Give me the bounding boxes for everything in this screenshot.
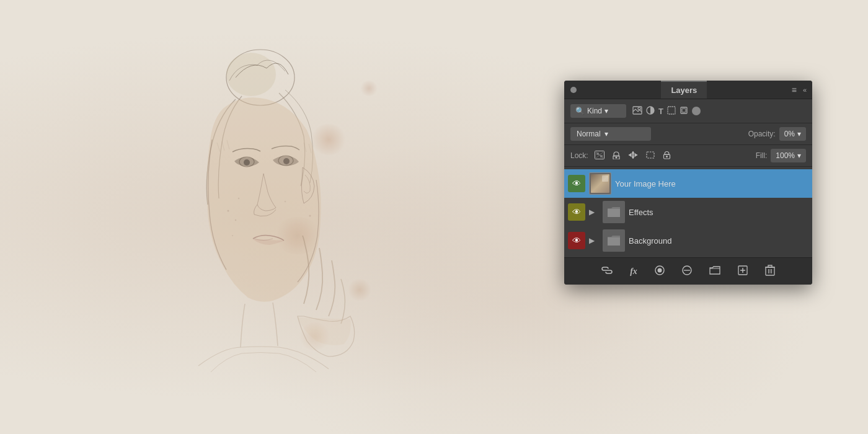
svg-point-13	[309, 215, 311, 217]
blend-mode-arrow: ▾	[604, 130, 608, 138]
lock-position-icon[interactable]	[627, 149, 639, 162]
new-group-button[interactable]	[706, 264, 724, 280]
layers-panel: Layers ≡ « 🔍 Kind ▾ T	[564, 81, 812, 285]
close-button[interactable]	[570, 87, 577, 93]
svg-point-36	[666, 156, 668, 157]
kind-dropdown-arrow: ▾	[604, 107, 608, 115]
svg-rect-34	[647, 152, 654, 158]
layer-row-your-image[interactable]: 👁 Your Image Here	[564, 169, 812, 198]
visibility-toggle-background[interactable]: 👁	[568, 232, 585, 249]
svg-rect-25	[600, 155, 603, 157]
svg-point-1	[226, 53, 276, 96]
smartobject-filter-icon[interactable]	[680, 106, 688, 117]
panel-tab-area: Layers	[661, 81, 707, 99]
layer-thumbnail-effects	[603, 201, 625, 223]
svg-point-16	[285, 201, 286, 202]
new-adjustment-button[interactable]	[678, 264, 696, 280]
shape-filter-icon[interactable]	[667, 106, 676, 117]
filter-icons: T	[632, 106, 688, 117]
layer-thumbnail-your-image	[589, 172, 611, 195]
expand-background-chevron[interactable]: ▶	[589, 236, 599, 245]
svg-point-15	[232, 235, 233, 236]
filter-toggle-circle[interactable]	[692, 107, 701, 115]
blend-mode-dropdown[interactable]: Normal ▾	[570, 127, 651, 141]
lock-artboard-icon[interactable]	[644, 149, 657, 162]
fill-label: Fill:	[756, 151, 768, 160]
sketch-svg	[68, 19, 440, 415]
opacity-label: Opacity:	[748, 130, 776, 138]
portrait-sketch	[68, 19, 440, 415]
opacity-number: 0%	[784, 130, 795, 138]
layer-thumbnail-background	[603, 229, 625, 252]
adjustment-filter-icon[interactable]	[646, 106, 655, 117]
svg-marker-30	[631, 151, 635, 154]
svg-point-39	[657, 268, 662, 272]
opacity-group: Opacity: 0% ▾	[748, 127, 806, 141]
svg-marker-33	[635, 153, 637, 157]
fill-number: 100%	[776, 151, 795, 160]
lock-all-icon[interactable]	[662, 149, 672, 162]
visibility-toggle-effects[interactable]: 👁	[568, 203, 585, 221]
kind-filter-dropdown[interactable]: 🔍 Kind ▾	[570, 104, 626, 118]
kind-label: Kind	[587, 107, 602, 115]
panel-titlebar: Layers ≡ «	[564, 81, 812, 99]
layers-list: 👁 Your Image Here 👁 ▶ Effects	[564, 167, 812, 257]
collapse-icon[interactable]: «	[803, 86, 806, 94]
layer-name-effects: Effects	[629, 208, 808, 217]
lock-icons	[593, 149, 672, 162]
eye-icon-background: 👁	[572, 236, 581, 246]
svg-point-27	[615, 156, 617, 158]
fill-value[interactable]: 100% ▾	[771, 149, 806, 162]
svg-rect-22	[682, 108, 686, 112]
image-filter-icon[interactable]	[632, 106, 642, 117]
visibility-toggle-your-image[interactable]: 👁	[568, 175, 585, 192]
portrait-area	[0, 0, 508, 434]
text-filter-icon[interactable]: T	[658, 107, 663, 116]
blend-mode-label: Normal	[577, 130, 601, 138]
new-layer-button[interactable]	[734, 264, 751, 280]
svg-marker-32	[629, 153, 631, 157]
thumb-image-content	[591, 174, 609, 193]
panel-menu-icon[interactable]: ≡	[792, 85, 797, 95]
layer-row-background[interactable]: 👁 ▶ Background	[564, 226, 812, 255]
titlebar-left	[570, 87, 577, 93]
svg-rect-24	[596, 153, 599, 155]
svg-point-5	[283, 158, 290, 164]
svg-marker-31	[631, 156, 635, 159]
folder-icon-background	[606, 234, 621, 247]
lock-transparent-icon[interactable]	[593, 149, 606, 162]
lock-image-icon[interactable]	[611, 149, 622, 162]
blend-mode-row: Normal ▾ Opacity: 0% ▾	[564, 123, 812, 145]
fill-group: Fill: 100% ▾	[756, 149, 806, 162]
svg-point-18	[638, 107, 640, 110]
svg-rect-20	[668, 107, 675, 114]
layers-tab[interactable]: Layers	[661, 81, 707, 99]
add-mask-button[interactable]	[651, 264, 668, 280]
eye-icon-effects: 👁	[572, 207, 581, 217]
lock-row: Lock: Fill: 10	[564, 145, 812, 167]
delete-layer-button[interactable]	[761, 263, 779, 280]
eye-icon-your-image: 👁	[572, 179, 581, 188]
svg-point-11	[228, 210, 229, 212]
layer-name-your-image: Your Image Here	[615, 179, 808, 188]
bottom-toolbar: fx	[564, 257, 812, 285]
fill-arrow: ▾	[797, 151, 801, 160]
svg-point-3	[244, 159, 250, 166]
opacity-arrow: ▾	[797, 130, 801, 138]
folder-icon-effects	[606, 206, 621, 218]
lock-label: Lock:	[570, 151, 588, 160]
search-icon: 🔍	[575, 107, 585, 115]
add-style-button[interactable]: fx	[626, 265, 641, 278]
filter-row: 🔍 Kind ▾ T	[564, 99, 812, 123]
svg-point-12	[235, 219, 236, 221]
opacity-value[interactable]: 0% ▾	[779, 127, 806, 141]
layer-row-effects[interactable]: 👁 ▶ Effects	[564, 198, 812, 226]
svg-point-14	[238, 198, 239, 199]
link-layers-button[interactable]	[598, 264, 616, 279]
expand-effects-chevron[interactable]: ▶	[589, 208, 599, 216]
layer-name-background: Background	[629, 236, 808, 246]
